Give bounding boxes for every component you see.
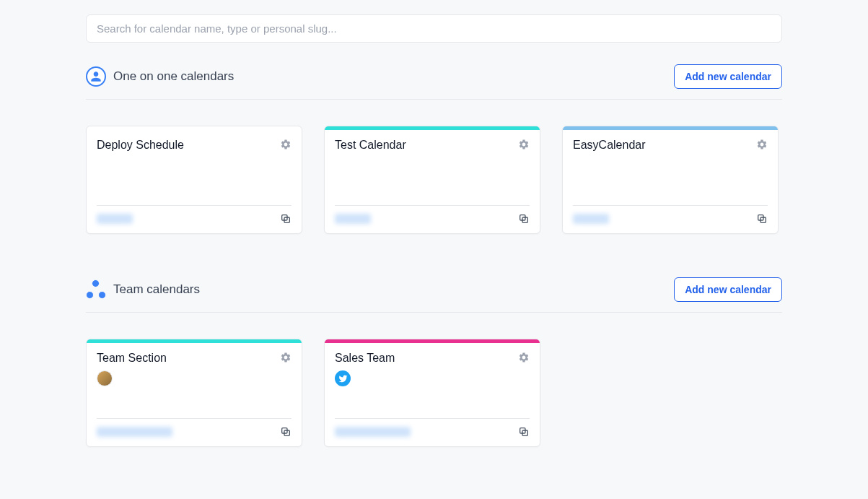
copy-icon[interactable] xyxy=(756,213,768,225)
card-title: Test Calendar xyxy=(335,139,406,152)
section-header-team: Team calendars Add new calendar xyxy=(86,277,782,313)
gear-icon[interactable] xyxy=(518,352,530,363)
gear-icon[interactable] xyxy=(280,139,291,150)
calendar-card[interactable]: Test Calendar xyxy=(324,126,540,234)
calendar-link[interactable] xyxy=(335,214,371,224)
section-title-one-on-one: One on one calendars xyxy=(113,69,234,84)
calendar-card[interactable]: EasyCalendar xyxy=(562,126,779,234)
calendar-link[interactable] xyxy=(97,214,133,224)
calendar-link[interactable] xyxy=(335,427,411,437)
add-calendar-button-one-on-one[interactable]: Add new calendar xyxy=(674,64,782,89)
section-title-team: Team calendars xyxy=(113,282,200,297)
search-input[interactable] xyxy=(86,14,782,43)
section-header-one-on-one: One on one calendars Add new calendar xyxy=(86,64,782,100)
calendar-card[interactable]: Team Section xyxy=(86,339,302,447)
gear-icon[interactable] xyxy=(518,139,530,150)
calendar-card[interactable]: Sales Team xyxy=(324,339,540,447)
calendar-card[interactable]: Deploy Schedule xyxy=(86,126,302,234)
copy-icon[interactable] xyxy=(280,426,291,438)
copy-icon[interactable] xyxy=(518,426,530,438)
team-icon xyxy=(86,279,106,300)
gear-icon[interactable] xyxy=(756,139,768,150)
person-icon xyxy=(86,66,106,87)
gear-icon[interactable] xyxy=(280,352,291,363)
card-title: Deploy Schedule xyxy=(97,139,184,152)
calendar-link[interactable] xyxy=(97,427,172,437)
copy-icon[interactable] xyxy=(518,213,530,225)
add-calendar-button-team[interactable]: Add new calendar xyxy=(674,277,782,302)
card-title: EasyCalendar xyxy=(573,139,646,152)
card-title: Sales Team xyxy=(335,352,395,365)
twitter-icon xyxy=(335,370,351,386)
copy-icon[interactable] xyxy=(280,213,291,225)
card-title: Team Section xyxy=(97,352,167,365)
avatar xyxy=(97,370,113,386)
calendar-link[interactable] xyxy=(573,214,609,224)
